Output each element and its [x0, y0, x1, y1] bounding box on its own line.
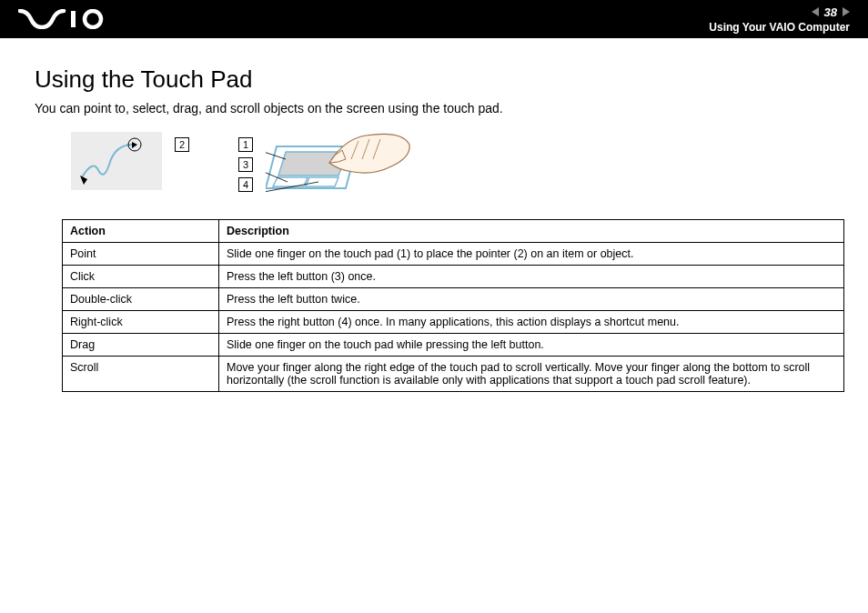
actions-table: Action Description Point Slide one finge…: [62, 219, 844, 392]
table-row: Click Press the left button (3) once.: [63, 266, 844, 288]
callout-3: 3: [238, 157, 253, 172]
table-row: Right-click Press the right button (4) o…: [63, 311, 844, 334]
pointer-illustration: [71, 132, 162, 190]
cell-action: Drag: [63, 334, 219, 357]
header-description: Description: [219, 220, 844, 243]
cell-description: Slide one finger on the touch pad (1) to…: [219, 243, 844, 266]
table-row: Point Slide one finger on the touch pad …: [63, 243, 844, 266]
cell-action: Click: [63, 266, 219, 288]
svg-marker-4: [132, 142, 137, 148]
callout-2: 2: [175, 137, 189, 152]
callout-4: 4: [238, 177, 253, 192]
cell-description: Move your finger along the right edge of…: [219, 357, 844, 392]
cell-description: Slide one finger on the touch pad while …: [219, 334, 844, 357]
header-right: 38 Using Your VAIO Computer: [709, 5, 850, 34]
table-header-row: Action Description: [63, 220, 844, 243]
vaio-logo: [18, 9, 107, 29]
table-row: Double-click Press the left button twice…: [63, 288, 844, 311]
table-row: Scroll Move your finger along the right …: [63, 357, 844, 392]
callout-1: 1: [238, 137, 253, 152]
intro-text: You can point to, select, drag, and scro…: [35, 101, 833, 116]
cell-description: Press the right button (4) once. In many…: [219, 311, 844, 334]
header-bar: 38 Using Your VAIO Computer: [0, 0, 868, 38]
svg-rect-0: [71, 11, 76, 27]
cell-action: Double-click: [63, 288, 219, 311]
table-row: Drag Slide one finger on the touch pad w…: [63, 334, 844, 357]
content-area: Using the Touch Pad You can point to, se…: [0, 38, 868, 419]
page-number: 38: [824, 5, 837, 19]
svg-marker-2: [80, 176, 87, 185]
cell-action: Scroll: [63, 357, 219, 392]
callout-column: 1 3 4: [238, 137, 253, 192]
illustration-row: 2 1 3 4: [71, 132, 833, 205]
svg-point-1: [85, 11, 101, 27]
cell-description: Press the left button twice.: [219, 288, 844, 311]
prev-page-icon[interactable]: [812, 7, 819, 16]
cell-description: Press the left button (3) once.: [219, 266, 844, 288]
touchpad-illustration: [266, 132, 416, 205]
page-nav: 38: [812, 5, 850, 19]
page-title: Using the Touch Pad: [35, 65, 833, 94]
breadcrumb: Using Your VAIO Computer: [709, 21, 850, 34]
cell-action: Point: [63, 243, 219, 266]
next-page-icon[interactable]: [843, 7, 850, 16]
svg-marker-8: [306, 177, 338, 186]
header-action: Action: [63, 220, 219, 243]
cell-action: Right-click: [63, 311, 219, 334]
